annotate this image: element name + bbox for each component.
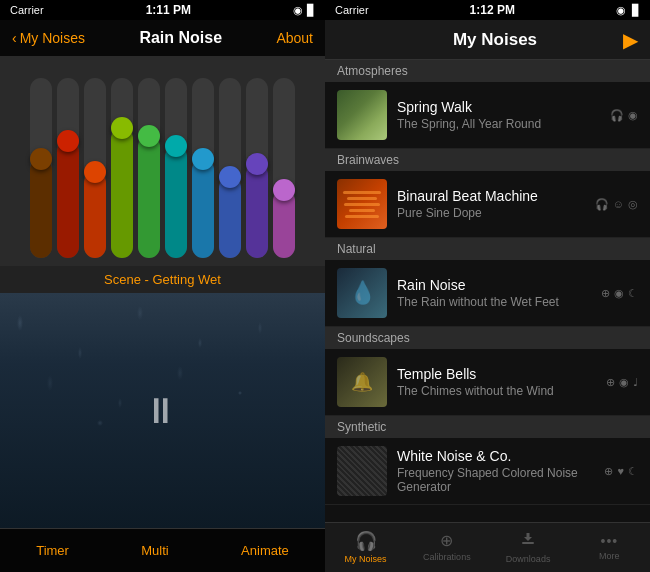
battery-icon: ▊ — [307, 4, 315, 17]
headphone-tab-icon: 🎧 — [355, 530, 377, 552]
left-carrier: Carrier — [10, 4, 44, 16]
slider-4[interactable] — [111, 78, 133, 258]
animate-button[interactable]: Animate — [241, 543, 289, 558]
rain-background[interactable]: ⏸ — [0, 293, 325, 528]
slider-3[interactable] — [84, 78, 106, 258]
item-title-white: White Noise & Co. — [397, 448, 604, 464]
tab-calibrations[interactable]: ⊕ Calibrations — [406, 531, 487, 562]
left-nav-title: Rain Noise — [139, 29, 222, 47]
thumb-spring-walk — [337, 90, 387, 140]
slider-6[interactable] — [165, 78, 187, 258]
item-text-spring-walk: Spring Walk The Spring, All Year Round — [397, 99, 610, 131]
thumb-white — [337, 446, 387, 496]
wifi-icon-right: ◉ — [616, 4, 626, 16]
section-atmospheres: Atmospheres — [325, 60, 650, 82]
circle-icon-sw: ◉ — [628, 109, 638, 122]
right-status-bar: Carrier 1:12 PM ◉ ▊ — [325, 0, 650, 20]
slider-8[interactable] — [219, 78, 241, 258]
item-title-rain: Rain Noise — [397, 277, 601, 293]
tab-downloads[interactable]: Downloads — [488, 529, 569, 564]
globe-icon-white: ⊕ — [604, 465, 613, 478]
back-button[interactable]: ‹ My Noises — [12, 30, 85, 46]
globe-icon-temple: ⊕ — [606, 376, 615, 389]
left-nav-bar: ‹ My Noises Rain Noise About — [0, 20, 325, 56]
item-title-binaural: Binaural Beat Machine — [397, 188, 595, 204]
slider-10[interactable] — [273, 78, 295, 258]
download-tab-icon — [519, 529, 537, 552]
list-content: Atmospheres Spring Walk The Spring, All … — [325, 60, 650, 522]
item-icons-temple: ⊕ ◉ ♩ — [606, 376, 638, 389]
item-icons-rain: ⊕ ◉ ☾ — [601, 287, 638, 300]
moon-icon-white: ☾ — [628, 465, 638, 478]
headphone-icon-sw: 🎧 — [610, 109, 624, 122]
item-title-temple: Temple Bells — [397, 366, 606, 382]
tab-more[interactable]: ••• More — [569, 533, 650, 561]
item-text-binaural: Binaural Beat Machine Pure Sine Dope — [397, 188, 595, 220]
timer-button[interactable]: Timer — [36, 543, 69, 558]
slider-7[interactable] — [192, 78, 214, 258]
multi-button[interactable]: Multi — [141, 543, 168, 558]
sliders-section — [0, 56, 325, 266]
list-item-rain[interactable]: 💧 Rain Noise The Rain without the Wet Fe… — [325, 260, 650, 327]
item-text-rain: Rain Noise The Rain without the Wet Feet — [397, 277, 601, 309]
item-subtitle-temple: The Chimes without the Wind — [397, 384, 606, 398]
slider-5[interactable] — [138, 78, 160, 258]
rain-effect — [0, 293, 325, 528]
item-subtitle-spring-walk: The Spring, All Year Round — [397, 117, 610, 131]
item-text-white: White Noise & Co. Frequency Shaped Color… — [397, 448, 604, 494]
circle-icon-bb: ◎ — [628, 198, 638, 211]
more-tab-icon: ••• — [601, 533, 619, 549]
list-item-white[interactable]: White Noise & Co. Frequency Shaped Color… — [325, 438, 650, 505]
bottom-bar: Timer Multi Animate — [0, 528, 325, 572]
section-brainwaves: Brainwaves — [325, 149, 650, 171]
heart-icon-white: ♥ — [617, 465, 624, 477]
globe-icon-rain: ⊕ — [601, 287, 610, 300]
tab-bar: 🎧 My Noises ⊕ Calibrations Downloads •••… — [325, 522, 650, 572]
right-nav-title: My Noises — [367, 30, 623, 50]
slider-9[interactable] — [246, 78, 268, 258]
left-status-bar: Carrier 1:11 PM ◉ ▊ — [0, 0, 325, 20]
thumb-temple: 🔔 — [337, 357, 387, 407]
list-item-binaural[interactable]: Binaural Beat Machine Pure Sine Dope 🎧 ☺… — [325, 171, 650, 238]
calibration-tab-icon: ⊕ — [440, 531, 453, 550]
wifi-icon: ◉ — [293, 4, 303, 17]
play-button[interactable]: ▶ — [623, 28, 638, 52]
right-time: 1:12 PM — [470, 3, 515, 17]
item-icons-binaural: 🎧 ☺ ◎ — [595, 198, 638, 211]
list-item-spring-walk[interactable]: Spring Walk The Spring, All Year Round 🎧… — [325, 82, 650, 149]
section-natural: Natural — [325, 238, 650, 260]
item-subtitle-white: Frequency Shaped Colored Noise Generator — [397, 466, 604, 494]
note-icon-temple: ♩ — [633, 376, 638, 389]
item-title-spring-walk: Spring Walk — [397, 99, 610, 115]
about-button[interactable]: About — [276, 30, 313, 46]
face-icon-bb: ☺ — [613, 198, 624, 210]
slider-1[interactable] — [30, 78, 52, 258]
left-battery: ◉ ▊ — [293, 4, 315, 17]
section-soundscapes: Soundscapes — [325, 327, 650, 349]
headphone-icon-bb: 🎧 — [595, 198, 609, 211]
slider-2[interactable] — [57, 78, 79, 258]
tab-my-noises[interactable]: 🎧 My Noises — [325, 530, 406, 564]
moon-icon-rain: ☾ — [628, 287, 638, 300]
battery-icon-right: ▊ — [632, 4, 640, 16]
item-subtitle-rain: The Rain without the Wet Feet — [397, 295, 601, 309]
section-synthetic: Synthetic — [325, 416, 650, 438]
item-subtitle-binaural: Pure Sine Dope — [397, 206, 595, 220]
tab-my-noises-label: My Noises — [345, 554, 387, 564]
scene-label: Scene - Getting Wet — [0, 266, 325, 293]
chevron-left-icon: ‹ — [12, 30, 17, 46]
tab-more-label: More — [599, 551, 620, 561]
svg-rect-0 — [522, 542, 534, 544]
item-icons-white: ⊕ ♥ ☾ — [604, 465, 638, 478]
right-battery: ◉ ▊ — [616, 4, 640, 17]
item-icons-spring-walk: 🎧 ◉ — [610, 109, 638, 122]
back-label: My Noises — [20, 30, 85, 46]
tab-calibrations-label: Calibrations — [423, 552, 471, 562]
left-panel: Carrier 1:11 PM ◉ ▊ ‹ My Noises Rain Noi… — [0, 0, 325, 572]
right-carrier: Carrier — [335, 4, 369, 16]
item-text-temple: Temple Bells The Chimes without the Wind — [397, 366, 606, 398]
list-item-temple[interactable]: 🔔 Temple Bells The Chimes without the Wi… — [325, 349, 650, 416]
thumb-rain: 💧 — [337, 268, 387, 318]
circle-icon-temple: ◉ — [619, 376, 629, 389]
left-time: 1:11 PM — [146, 3, 191, 17]
